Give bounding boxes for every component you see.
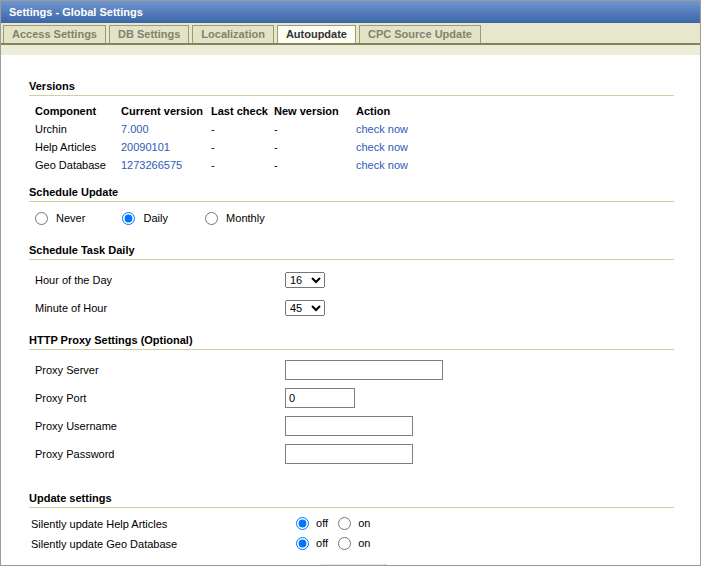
- tab-db-settings[interactable]: DB Settings: [109, 25, 189, 43]
- minute-label: Minute of Hour: [35, 302, 285, 314]
- schedule-task-heading: Schedule Task Daily: [29, 244, 674, 260]
- window-title: Settings - Global Settings: [1, 1, 700, 23]
- col-component: Component: [35, 102, 121, 120]
- schedule-update-heading: Schedule Update: [29, 186, 674, 202]
- help-articles-off-label: off: [316, 517, 328, 529]
- check-now-link[interactable]: check now: [356, 159, 408, 171]
- proxy-server-row: Proxy Server: [35, 356, 674, 384]
- check-now-link[interactable]: check now: [356, 141, 408, 153]
- proxy-password-input[interactable]: [285, 444, 413, 464]
- proxy-server-input[interactable]: [285, 360, 443, 380]
- proxy-port-row: Proxy Port: [35, 384, 674, 412]
- current-version-value: 7.000: [121, 120, 211, 138]
- proxy-password-label: Proxy Password: [35, 448, 285, 460]
- minute-select[interactable]: 45: [285, 300, 325, 316]
- schedule-daily-radio[interactable]: [122, 212, 135, 225]
- col-new-version: New version: [274, 102, 356, 120]
- current-version-value: 1273266575: [121, 156, 211, 174]
- tab-underband: [1, 45, 700, 56]
- schedule-never-label: Never: [56, 212, 85, 224]
- last-check-value: -: [211, 138, 274, 156]
- silently-help-articles-label: Silently update Help Articles: [31, 518, 296, 530]
- new-version-value: -: [274, 138, 356, 156]
- hour-label: Hour of the Day: [35, 274, 285, 286]
- settings-window: Settings - Global Settings Access Settin…: [0, 0, 701, 566]
- component-name: Geo Database: [35, 156, 121, 174]
- minute-row: Minute of Hour 45: [35, 294, 674, 322]
- table-row: Geo Database 1273266575 - - check now: [35, 156, 476, 174]
- proxy-username-row: Proxy Username: [35, 412, 674, 440]
- hour-select[interactable]: 16: [285, 272, 325, 288]
- tab-localization[interactable]: Localization: [192, 25, 274, 43]
- geo-database-on-radio[interactable]: [338, 537, 351, 550]
- proxy-username-label: Proxy Username: [35, 420, 285, 432]
- versions-header-row: Component Current version Last check New…: [35, 102, 476, 120]
- versions-table: Component Current version Last check New…: [35, 102, 476, 174]
- schedule-daily-label: Daily: [144, 212, 168, 224]
- proxy-port-input[interactable]: [285, 388, 355, 408]
- schedule-monthly-radio[interactable]: [205, 212, 218, 225]
- check-now-link[interactable]: check now: [356, 123, 408, 135]
- table-row: Help Articles 20090101 - - check now: [35, 138, 476, 156]
- schedule-frequency-group: Never Daily Monthly: [35, 212, 674, 230]
- new-version-value: -: [274, 156, 356, 174]
- col-last-check: Last check: [211, 102, 274, 120]
- new-version-value: -: [274, 120, 356, 138]
- component-name: Urchin: [35, 120, 121, 138]
- proxy-server-label: Proxy Server: [35, 364, 285, 376]
- silently-geo-database-row: Silently update Geo Database off on: [31, 534, 674, 554]
- tab-bar: Access Settings DB Settings Localization…: [1, 23, 700, 45]
- proxy-password-row: Proxy Password: [35, 440, 674, 468]
- silently-geo-database-label: Silently update Geo Database: [31, 538, 296, 550]
- current-version-value: 20090101: [121, 138, 211, 156]
- proxy-username-input[interactable]: [285, 416, 413, 436]
- schedule-never-radio[interactable]: [35, 212, 48, 225]
- silently-help-articles-row: Silently update Help Articles off on: [31, 514, 674, 534]
- last-check-value: -: [211, 120, 274, 138]
- geo-database-off-radio[interactable]: [296, 537, 309, 550]
- proxy-port-label: Proxy Port: [35, 392, 285, 404]
- help-articles-off-radio[interactable]: [296, 517, 309, 530]
- update-settings-heading: Update settings: [29, 492, 674, 508]
- geo-database-off-label: off: [316, 537, 328, 549]
- component-name: Help Articles: [35, 138, 121, 156]
- proxy-heading: HTTP Proxy Settings (Optional): [29, 334, 674, 350]
- last-check-value: -: [211, 156, 274, 174]
- hour-row: Hour of the Day 16: [35, 266, 674, 294]
- versions-heading: Versions: [29, 80, 674, 96]
- tab-cpc-source-update[interactable]: CPC Source Update: [359, 25, 481, 43]
- schedule-monthly-label: Monthly: [226, 212, 265, 224]
- autoupdate-panel: Versions Component Current version Last …: [1, 56, 700, 566]
- col-current-version: Current version: [121, 102, 211, 120]
- table-row: Urchin 7.000 - - check now: [35, 120, 476, 138]
- col-action: Action: [356, 102, 476, 120]
- help-articles-on-radio[interactable]: [338, 517, 351, 530]
- geo-database-on-label: on: [358, 537, 370, 549]
- tab-autoupdate[interactable]: Autoupdate: [277, 25, 356, 43]
- help-articles-on-label: on: [358, 517, 370, 529]
- tab-access-settings[interactable]: Access Settings: [3, 25, 106, 43]
